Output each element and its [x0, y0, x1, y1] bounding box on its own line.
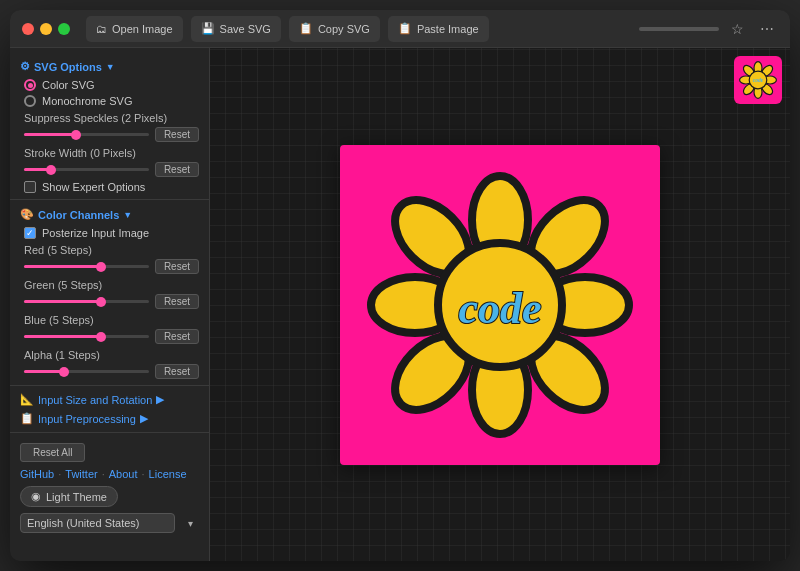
settings-icon: ⚙: [20, 60, 30, 73]
preview-svg: code: [360, 165, 640, 445]
alpha-label: Alpha (1 Steps): [10, 346, 209, 362]
red-label: Red (5 Steps): [10, 241, 209, 257]
preprocessing-icon: 📋: [20, 412, 34, 425]
blue-slider[interactable]: [24, 330, 149, 344]
svg-text:code: code: [753, 77, 764, 83]
app-window: 🗂 Open Image 💾 Save SVG 📋 Copy SVG 📋 Pas…: [10, 10, 790, 561]
red-slider[interactable]: [24, 260, 149, 274]
sidebar: ⚙ SVG Options ▼ Color SVG Monochrome SVG…: [10, 48, 210, 561]
svg-options-arrow: ▼: [106, 62, 115, 72]
show-expert-options-row[interactable]: Show Expert Options: [10, 179, 209, 195]
license-link[interactable]: License: [149, 468, 187, 480]
posterize-row[interactable]: Posterize Input Image: [10, 225, 209, 241]
more-button[interactable]: ⋯: [756, 19, 778, 39]
about-link[interactable]: About: [109, 468, 138, 480]
svg-options-header[interactable]: ⚙ SVG Options ▼: [10, 56, 209, 77]
theme-toggle-button[interactable]: ◉ Light Theme: [20, 486, 118, 507]
titlebar-right: ☆ ⋯: [727, 19, 778, 39]
preprocessing-arrow: ▶: [140, 412, 148, 425]
svg-text:code: code: [458, 284, 541, 333]
footer-section: Reset All GitHub · Twitter · About · Lic…: [10, 437, 209, 539]
open-image-button[interactable]: 🗂 Open Image: [86, 16, 183, 42]
main-content: ⚙ SVG Options ▼ Color SVG Monochrome SVG…: [10, 48, 790, 561]
suppress-speckles-slider-row: Reset: [10, 125, 209, 144]
alpha-slider[interactable]: [24, 365, 149, 379]
monochrome-svg-radio[interactable]: [24, 95, 36, 107]
input-size-icon: 📐: [20, 393, 34, 406]
theme-icon: ◉: [31, 490, 41, 503]
blue-reset-button[interactable]: Reset: [155, 329, 199, 344]
green-slider[interactable]: [24, 295, 149, 309]
color-svg-option[interactable]: Color SVG: [10, 77, 209, 93]
show-expert-checkbox[interactable]: [24, 181, 36, 193]
input-size-link[interactable]: 📐 Input Size and Rotation ▶: [10, 390, 209, 409]
stroke-width-slider-row: Reset: [10, 160, 209, 179]
save-icon: 💾: [201, 22, 215, 35]
blue-slider-row: Reset: [10, 327, 209, 346]
maximize-button[interactable]: [58, 23, 70, 35]
stroke-reset-button[interactable]: Reset: [155, 162, 199, 177]
preview-image: code: [340, 145, 660, 465]
red-reset-button[interactable]: Reset: [155, 259, 199, 274]
stroke-width-label: Stroke Width (0 Pixels): [10, 144, 209, 160]
suppress-reset-button[interactable]: Reset: [155, 127, 199, 142]
copy-svg-button[interactable]: 📋 Copy SVG: [289, 16, 380, 42]
zoom-slider[interactable]: [639, 27, 719, 31]
suppress-speckles-label: Suppress Speckles (2 Pixels): [10, 109, 209, 125]
titlebar: 🗂 Open Image 💾 Save SVG 📋 Copy SVG 📋 Pas…: [10, 10, 790, 48]
suppress-speckles-slider[interactable]: [24, 128, 149, 142]
copy-icon: 📋: [299, 22, 313, 35]
minimize-button[interactable]: [40, 23, 52, 35]
paint-icon: 🎨: [20, 208, 34, 221]
red-slider-row: Reset: [10, 257, 209, 276]
reset-all-button[interactable]: Reset All: [20, 443, 85, 462]
posterize-checkbox[interactable]: [24, 227, 36, 239]
thumbnail-svg: code: [738, 60, 778, 100]
monochrome-svg-option[interactable]: Monochrome SVG: [10, 93, 209, 109]
save-svg-button[interactable]: 💾 Save SVG: [191, 16, 281, 42]
folder-icon: 🗂: [96, 23, 107, 35]
language-select[interactable]: English (United States): [20, 513, 175, 533]
github-link[interactable]: GitHub: [20, 468, 54, 480]
input-preprocessing-link[interactable]: 📋 Input Preprocessing ▶: [10, 409, 209, 428]
star-button[interactable]: ☆: [727, 19, 748, 39]
color-channels-arrow: ▼: [123, 210, 132, 220]
stroke-width-slider[interactable]: [24, 163, 149, 177]
alpha-slider-row: Reset: [10, 362, 209, 381]
input-size-arrow: ▶: [156, 393, 164, 406]
blue-label: Blue (5 Steps): [10, 311, 209, 327]
footer-links: GitHub · Twitter · About · License: [20, 468, 199, 480]
paste-icon: 📋: [398, 22, 412, 35]
traffic-lights: [22, 23, 70, 35]
green-slider-row: Reset: [10, 292, 209, 311]
alpha-reset-button[interactable]: Reset: [155, 364, 199, 379]
language-select-wrap: English (United States): [20, 513, 199, 533]
paste-image-button[interactable]: 📋 Paste Image: [388, 16, 489, 42]
twitter-link[interactable]: Twitter: [65, 468, 97, 480]
canvas-area: code: [210, 48, 790, 561]
green-reset-button[interactable]: Reset: [155, 294, 199, 309]
thumbnail: code: [734, 56, 782, 104]
close-button[interactable]: [22, 23, 34, 35]
green-label: Green (5 Steps): [10, 276, 209, 292]
color-svg-radio[interactable]: [24, 79, 36, 91]
color-channels-header[interactable]: 🎨 Color Channels ▼: [10, 204, 209, 225]
